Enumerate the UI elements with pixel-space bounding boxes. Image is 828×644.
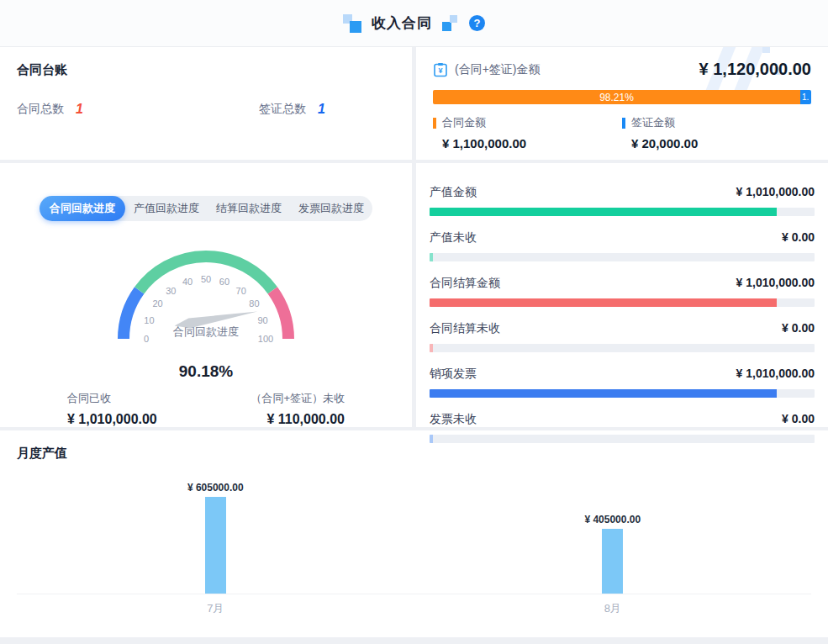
metric-label: 合同结算未收: [430, 321, 500, 336]
svg-text:100: 100: [258, 334, 273, 344]
metric-label: 发票未收: [430, 412, 477, 427]
recovery-progress-card: 合同回款进度 产值回款进度 结算回款进度 发票回款进度 010203040506…: [0, 163, 412, 427]
metric-label: 销项发票: [430, 367, 477, 382]
metric-value: ¥ 1,010,000.00: [736, 185, 815, 198]
monthly-output-card: 月度产值 ¥ 605000.00 ¥ 405000.00 7月 8月: [0, 430, 828, 637]
metric-label: 产值未收: [430, 230, 477, 245]
visa-amount-marker-icon: [622, 118, 625, 129]
svg-text:60: 60: [219, 277, 229, 287]
metric-bar-fill: [430, 344, 433, 352]
visa-total-label: 签证总数: [259, 102, 306, 117]
unreceived-stat: （合同+签证）未收 ¥ 110,000.00: [251, 391, 345, 427]
svg-text:80: 80: [249, 298, 259, 309]
middle-row: 合同回款进度 产值回款进度 结算回款进度 发票回款进度 010203040506…: [0, 163, 828, 427]
received-value: ¥ 1,010,000.00: [67, 412, 157, 427]
summary-total-value: ¥ 1,120,000.00: [699, 60, 811, 79]
metrics-card: 产值金额¥ 1,010,000.00 产值未收¥ 0.00 合同结算金额¥ 1,…: [416, 163, 828, 427]
unreceived-label: （合同+签证）未收: [251, 391, 345, 406]
tab-contract-recovery[interactable]: 合同回款进度: [40, 196, 125, 221]
bar-column-august: ¥ 405000.00: [414, 472, 812, 594]
visa-total-stat: 签证总数 1: [259, 102, 325, 117]
gauge-value: 90.18%: [179, 362, 233, 381]
help-icon[interactable]: ?: [469, 15, 485, 31]
tab-settlement-recovery[interactable]: 结算回款进度: [208, 196, 290, 221]
received-stat: 合同已收 ¥ 1,010,000.00: [67, 391, 157, 427]
svg-text:¥: ¥: [438, 66, 442, 75]
metric-row-settlement-unreceived: 合同结算未收¥ 0.00: [430, 321, 815, 352]
contract-amount-label: 合同金额: [442, 115, 486, 130]
contract-amount-marker-icon: [433, 118, 436, 129]
received-label: 合同已收: [67, 391, 157, 406]
metric-bar-fill: [430, 253, 433, 261]
ledger-title: 合同台账: [17, 62, 395, 78]
metric-bar-track: [430, 208, 815, 216]
contract-total-label: 合同总数: [17, 102, 64, 117]
contract-amount-value: ¥ 1,100,000.00: [442, 136, 622, 150]
metric-bar-fill: [430, 208, 777, 216]
metric-bar-track: [430, 435, 815, 443]
metric-bar-fill: [430, 389, 777, 398]
unreceived-value: ¥ 110,000.00: [251, 412, 345, 427]
metric-row-settlement-amount: 合同结算金额¥ 1,010,000.00: [430, 276, 815, 307]
summary-progress-secondary: 1.: [800, 90, 811, 104]
metric-value: ¥ 1,010,000.00: [736, 367, 815, 380]
bar-value-label: ¥ 605000.00: [187, 482, 244, 494]
x-tick-july: 7月: [17, 601, 414, 616]
svg-text:20: 20: [152, 298, 162, 309]
amount-summary-card: ¥ (合同+签证)金额 ¥ 1,120,000.00 98.21% 1. 合同金…: [416, 47, 828, 160]
metric-bar-track: [430, 298, 815, 307]
monthly-title: 月度产值: [17, 446, 811, 462]
contract-amount-legend: 合同金额 ¥ 1,100,000.00: [433, 115, 622, 150]
visa-amount-legend: 签证金额 ¥ 20,000.00: [622, 115, 811, 150]
bar-august: [602, 529, 623, 594]
contract-total-value: 1: [76, 102, 83, 117]
svg-text:70: 70: [236, 286, 246, 296]
title-decoration-right-icon: [440, 14, 461, 33]
svg-text:90: 90: [257, 315, 267, 325]
tab-invoice-recovery[interactable]: 发票回款进度: [290, 196, 372, 221]
metric-label: 产值金额: [430, 185, 477, 200]
recovery-gauge: 0102030405060708090100合同回款进度: [92, 231, 319, 361]
svg-text:40: 40: [182, 277, 192, 287]
metric-bar-fill: [430, 298, 777, 307]
metric-row-output-invoice: 销项发票¥ 1,010,000.00: [430, 367, 815, 398]
bill-icon: ¥: [433, 62, 448, 77]
metric-bar-track: [430, 344, 815, 352]
summary-progress-primary: 98.21%: [433, 90, 800, 104]
page-title: 收入合同: [372, 13, 432, 33]
recovery-tabbar: 合同回款进度 产值回款进度 结算回款进度 发票回款进度: [40, 196, 372, 221]
x-axis: 7月 8月: [17, 601, 811, 616]
bar-value-label: ¥ 405000.00: [584, 514, 641, 525]
svg-text:0: 0: [144, 334, 149, 344]
svg-text:合同回款进度: 合同回款进度: [173, 325, 239, 338]
metric-label: 合同结算金额: [430, 276, 500, 291]
metric-row-invoice-unreceived: 发票未收¥ 0.00: [430, 412, 815, 443]
metric-value: ¥ 0.00: [782, 412, 815, 425]
svg-text:50: 50: [201, 274, 211, 284]
metric-bar-track: [430, 389, 815, 398]
top-row: 合同台账 合同总数 1 签证总数 1 ¥ (合同+签证)金额 ¥ 1,120,0…: [0, 47, 828, 160]
metric-value: ¥ 0.00: [782, 230, 815, 244]
visa-total-value: 1: [318, 102, 325, 117]
x-tick-august: 8月: [414, 601, 812, 616]
metric-row-output-unreceived: 产值未收¥ 0.00: [430, 230, 815, 261]
visa-amount-value: ¥ 20,000.00: [631, 136, 811, 150]
contract-ledger-card: 合同台账 合同总数 1 签证总数 1: [0, 47, 412, 160]
contract-total-stat: 合同总数 1: [17, 102, 259, 117]
app-header: 收入合同 ?: [0, 0, 828, 47]
svg-text:30: 30: [166, 286, 176, 296]
title-decoration-left-icon: [343, 14, 363, 33]
bar-july: [205, 497, 226, 594]
svg-text:10: 10: [144, 315, 154, 325]
summary-label: (合同+签证)金额: [455, 62, 541, 77]
metric-bar-track: [430, 253, 815, 261]
metric-row-output-amount: 产值金额¥ 1,010,000.00: [430, 185, 815, 216]
metric-bar-fill: [430, 435, 433, 443]
monthly-bar-chart: ¥ 605000.00 ¥ 405000.00: [17, 472, 811, 594]
metric-value: ¥ 1,010,000.00: [736, 276, 815, 289]
visa-amount-label: 签证金额: [631, 115, 675, 130]
bar-column-july: ¥ 605000.00: [17, 472, 414, 594]
tab-output-recovery[interactable]: 产值回款进度: [125, 196, 208, 221]
metric-value: ¥ 0.00: [782, 321, 815, 335]
summary-progress-bar: 98.21% 1.: [433, 90, 811, 104]
